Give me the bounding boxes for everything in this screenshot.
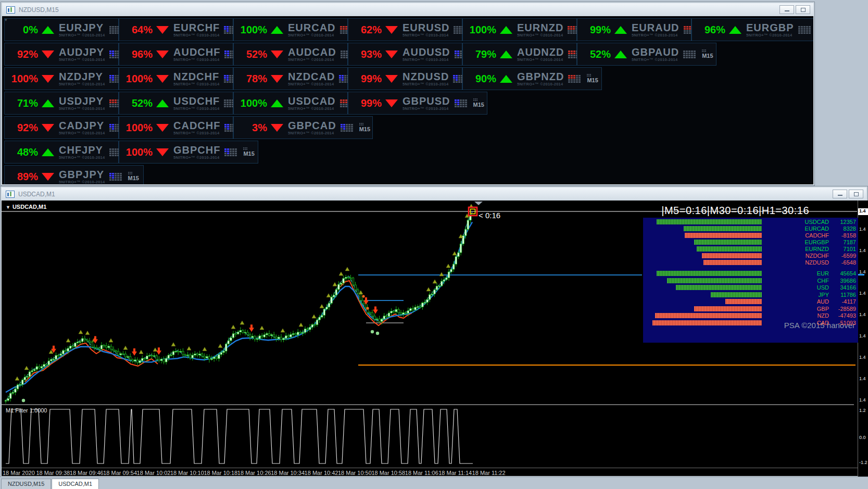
strength-percent: 96% xyxy=(692,24,725,36)
pair-row: 0%EURJPY5NITRO+™ ©2010-201464%EURCHF5NIT… xyxy=(4,18,813,41)
pair-tile-eurjpy: 0%EURJPY5NITRO+™ ©2010-2014 xyxy=(4,18,119,41)
price-tick: 1.4 xyxy=(859,333,868,338)
strength-label-usdcad: USDCAD12357 xyxy=(762,219,856,225)
strength-label-cad: CAD-51093 xyxy=(762,320,856,326)
pair-tile-cadjpy: 92%CADJPY5NITRO+™ ©2010-2014 xyxy=(4,116,119,139)
timeframe-badge: M15 xyxy=(359,123,370,132)
time-tick: 18 Mar 09:46 xyxy=(70,470,104,476)
strength-percent: 100% xyxy=(234,97,267,109)
strength-percent: 99% xyxy=(348,97,382,109)
pair-tile-audchf: 96%AUDCHF5NITRO+™ ©2010-2014 xyxy=(119,43,233,66)
usdcad-window-title: USDCAD,M1 xyxy=(18,191,55,198)
time-tick: 18 Mar 10:34 xyxy=(271,470,305,476)
strength-percent: 100% xyxy=(463,24,496,36)
pair-tile-nzdchf: 100%NZDCHF5NITRO+™ ©2010-2014 xyxy=(119,67,233,90)
strength-bar-eurcad xyxy=(684,226,762,231)
time-tick: 18 Mar 10:26 xyxy=(237,470,271,476)
filter-indicator-canvas[interactable] xyxy=(2,405,857,468)
strength-percent: 0% xyxy=(5,24,38,36)
strength-percent: 93% xyxy=(348,48,382,60)
strength-bar-eurnzd xyxy=(697,246,762,252)
price-axis[interactable]: 1.41.41.41.41.41.41.41.41.41.41.20.0-1.2 xyxy=(858,200,868,478)
pair-row: 71%USDJPY5NITRO+™ ©2010-201452%USDCHF5NI… xyxy=(4,92,813,115)
down-triangle-icon xyxy=(385,26,398,34)
chart-tab-nzdusd-m15[interactable]: NZDUSD,M15 xyxy=(1,479,51,489)
time-tick: 18 Mar 10:50 xyxy=(338,470,372,476)
heatmap-grid-icon xyxy=(568,75,581,83)
strength-percent: 99% xyxy=(577,24,611,36)
nzdusd-window-title: NZDUSD,M15 xyxy=(19,6,59,14)
pair-row: 92%CADJPY5NITRO+™ ©2010-2014100%CADCHF5N… xyxy=(4,116,813,139)
strength-bar-nzdchf xyxy=(702,253,762,258)
time-tick: 18 Mar 09:54 xyxy=(103,470,137,476)
symbol-dropdown-icon[interactable]: ▼ xyxy=(6,205,10,210)
pair-tile-usdjpy: 71%USDJPY5NITRO+™ ©2010-2014 xyxy=(4,92,119,115)
pair-row: 89%GBPJPY5NITRO+™ ©2010-2014M15 xyxy=(4,165,813,184)
pair-name-block: CADJPY5NITRO+™ ©2010-2014 xyxy=(59,120,105,135)
strength-percent: 92% xyxy=(5,48,38,60)
down-triangle-icon xyxy=(156,148,169,156)
strength-bar-cad xyxy=(652,320,762,325)
window-usdcad-m1: USDCAD,M1 ▼USDCAD,M1 |M5=0:16|M30=0:16|H… xyxy=(0,186,868,478)
up-triangle-icon xyxy=(500,26,512,34)
down-triangle-icon xyxy=(42,75,54,83)
up-triangle-icon xyxy=(500,75,512,83)
pair-tile-eurchf: 64%EURCHF5NITRO+™ ©2010-2014 xyxy=(119,18,233,41)
pair-name-block: EURNZD5NITRO+™ ©2010-2014 xyxy=(517,22,563,37)
pair-name-block: USDCHF5NITRO+™ ©2010-2014 xyxy=(173,96,220,111)
strength-label-eur: EUR45654 xyxy=(762,270,856,277)
minimize-button[interactable] xyxy=(833,190,847,198)
pair-name-block: GBPUSD5NITRO+™ ©2010-2014 xyxy=(402,96,450,111)
pair-name-block: CADCHF5NITRO+™ ©2010-2014 xyxy=(173,120,220,135)
usdcad-window-titlebar[interactable]: USDCAD,M1 xyxy=(2,187,866,200)
pair-name-block: GBPCAD5NITRO+™ ©2010-2014 xyxy=(288,120,336,135)
level-marker xyxy=(858,274,864,275)
nzdusd-window-titlebar[interactable]: NZDUSD,M15 xyxy=(2,3,813,16)
restore-button[interactable] xyxy=(849,190,863,198)
pair-name-block: NZDJPY5NITRO+™ ©2010-2014 xyxy=(59,71,105,86)
up-triangle-icon xyxy=(156,99,169,107)
price-tick: 1.4 xyxy=(859,291,868,296)
down-triangle-icon xyxy=(385,75,398,83)
mdi-desktop: NZDUSD,M15 0%EURJPY5NITRO+™ ©2010-201464… xyxy=(0,0,868,489)
down-triangle-icon xyxy=(385,99,398,107)
pair-tile-eurnzd: 100%EURNZD5NITRO+™ ©2010-2014 xyxy=(462,18,577,41)
timeframe-badge: M15 xyxy=(587,74,598,83)
strength-label-jpy: JPY11786 xyxy=(762,292,856,298)
strength-percent: 48% xyxy=(5,146,38,158)
strength-percent: 99% xyxy=(348,73,382,85)
down-triangle-icon xyxy=(156,51,169,58)
strength-label-nzdchf: NZDCHF-6599 xyxy=(762,253,856,259)
up-triangle-icon xyxy=(614,51,627,58)
strength-percent: 52% xyxy=(577,48,611,60)
restore-button[interactable] xyxy=(796,5,810,14)
strength-percent: 3% xyxy=(234,122,267,134)
strength-percent: 100% xyxy=(119,146,153,158)
pair-tile-audnzd: 79%AUDNZD5NITRO+™ ©2010-2014 xyxy=(462,43,577,66)
up-triangle-icon xyxy=(42,148,54,156)
timeframe-badge: M15 xyxy=(702,49,713,59)
down-triangle-icon xyxy=(271,51,283,58)
time-tick: 18 Mar 10:58 xyxy=(371,470,405,476)
timeframe-badge: M15 xyxy=(128,172,139,181)
pair-name-block: NZDCAD5NITRO+™ ©2010-2014 xyxy=(288,71,335,86)
strength-percent: 64% xyxy=(119,24,153,36)
time-tick: 18 Mar 2020 xyxy=(3,470,35,476)
indicator-tick: 0.0 xyxy=(859,435,868,440)
up-triangle-icon xyxy=(271,99,283,107)
strength-label-nzdusd: NZDUSD-6548 xyxy=(762,259,856,266)
pair-tile-nzdjpy: 100%NZDJPY5NITRO+™ ©2010-2014 xyxy=(4,67,119,90)
chart-tab-usdcad-m1[interactable]: USDCAD,M1 xyxy=(52,479,99,489)
down-triangle-icon xyxy=(156,124,169,132)
strength-label-nzd: NZD-47493 xyxy=(762,312,856,319)
minimize-button[interactable] xyxy=(779,5,794,14)
down-triangle-icon xyxy=(271,124,283,132)
pair-name-block: EURAUD5NITRO+™ ©2010-2014 xyxy=(632,22,680,37)
pair-row: 100%NZDJPY5NITRO+™ ©2010-2014100%NZDCHF5… xyxy=(4,67,813,90)
indicator-tick: -1.2 xyxy=(859,460,868,465)
strength-percent: 100% xyxy=(119,122,153,134)
strength-bar-eur xyxy=(657,271,762,276)
pair-tile-chfjpy: 48%CHFJPY5NITRO+™ ©2010-2014 xyxy=(4,141,119,164)
pair-tile-audusd: 93%AUDUSD5NITRO+™ ©2010-2014 xyxy=(348,43,462,66)
strength-percent: 100% xyxy=(119,73,153,85)
